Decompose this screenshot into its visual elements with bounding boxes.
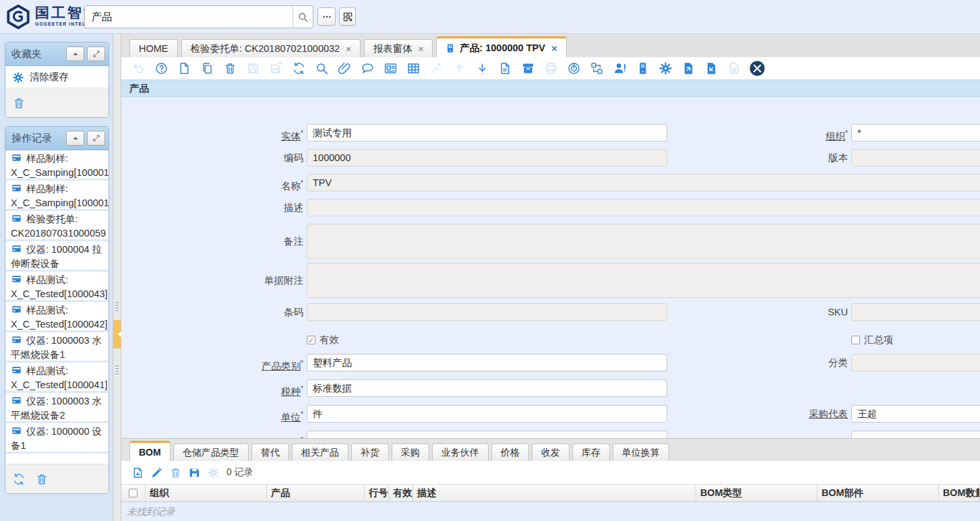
active-checkbox[interactable]: ✓ 有效 <box>307 333 339 346</box>
doc-note-field[interactable] <box>307 263 980 298</box>
collapse-button[interactable] <box>66 131 84 146</box>
file-export-icon-button[interactable] <box>677 57 700 80</box>
column-header-product[interactable]: 产品 <box>267 485 365 501</box>
summary-checkbox[interactable]: 汇总项 <box>851 333 894 346</box>
pdf-icon-button[interactable] <box>493 57 516 80</box>
column-header-valid[interactable]: 有效 <box>389 485 413 501</box>
history-item[interactable]: 仪器: 1000000 设备1 <box>5 423 109 454</box>
column-header-description[interactable]: 描述 <box>413 485 696 501</box>
category-label[interactable]: 产品类别* <box>205 354 303 375</box>
help-icon-button[interactable] <box>150 57 173 80</box>
add-record-icon-button[interactable] <box>128 462 147 484</box>
close-tab-icon[interactable]: × <box>551 42 557 54</box>
column-header-line-no[interactable]: 行号 <box>365 485 389 501</box>
history-item[interactable]: 仪器: 1000004 拉伸断裂设备 <box>5 241 109 272</box>
history-item[interactable]: 仪器: 1000003 水平燃烧设备2 <box>5 393 109 423</box>
entity-field[interactable] <box>307 124 667 142</box>
tab-home[interactable]: HOME <box>129 39 178 57</box>
save-solid-icon-button[interactable] <box>185 462 204 484</box>
history-item[interactable]: 样品制样: X_C_Samping[1000015] <box>5 181 109 211</box>
code-field[interactable] <box>307 149 667 166</box>
grid-view-icon-button[interactable] <box>402 57 425 80</box>
copy-icon-button[interactable] <box>195 57 218 80</box>
checkbox-checked-icon[interactable]: ✓ <box>307 336 315 344</box>
checkbox-unchecked-icon[interactable] <box>851 336 860 344</box>
close-tab-icon[interactable]: × <box>346 44 351 54</box>
next-field[interactable] <box>307 431 667 438</box>
detail-tab-replenishment[interactable]: 补货 <box>351 443 389 461</box>
search-icon-button[interactable] <box>310 57 333 80</box>
history-item[interactable]: 样品制样: X_C_Samping[1000016] <box>5 150 109 181</box>
detail-tab-warehouse-product-type[interactable]: 仓储产品类型 <box>173 443 249 461</box>
detail-tab-related-products[interactable]: 相关产品 <box>292 443 348 461</box>
name-field[interactable] <box>307 174 980 191</box>
workflow-icon-button[interactable] <box>585 57 608 80</box>
close-tab-icon[interactable]: × <box>419 44 424 54</box>
splitter-collapse-handle[interactable] <box>113 320 121 348</box>
search-input[interactable] <box>85 6 293 28</box>
refresh-icon[interactable] <box>12 472 26 486</box>
next-field-right[interactable] <box>851 431 980 438</box>
qr-button[interactable] <box>339 7 356 26</box>
unit-label[interactable]: 单位* <box>205 405 303 427</box>
column-header-org[interactable]: 组织 <box>146 485 267 501</box>
trash-icon[interactable] <box>35 472 49 486</box>
column-header-bom-qty[interactable]: BOM数量 <box>939 485 980 501</box>
detail-tab-unit-conversion[interactable]: 单位换算 <box>613 443 669 461</box>
edit-icon-button[interactable] <box>147 462 166 484</box>
new-document-icon-button[interactable] <box>173 57 195 80</box>
version-field[interactable] <box>851 149 980 166</box>
category-field[interactable] <box>307 354 667 371</box>
detail-tab-price[interactable]: 价格 <box>491 443 529 461</box>
history-item[interactable]: 样品测试: X_C_Tested[1000042] <box>5 302 109 332</box>
more-button[interactable] <box>317 7 336 26</box>
detail-tab-substitute[interactable]: 替代 <box>251 443 289 461</box>
unit-field[interactable] <box>307 405 667 423</box>
detail-tab-purchase[interactable]: 采购 <box>392 443 429 461</box>
user-alert-icon-button[interactable] <box>608 57 631 80</box>
trash-icon[interactable] <box>12 96 26 110</box>
detail-tab-inventory[interactable]: 库存 <box>572 443 610 461</box>
close-circle-icon-button[interactable] <box>745 57 768 80</box>
search-button[interactable] <box>293 6 313 28</box>
comment-icon-button[interactable] <box>356 57 379 80</box>
column-header-bom-type[interactable]: BOM类型 <box>696 485 818 501</box>
description-field[interactable] <box>307 199 980 216</box>
device-icon-button[interactable] <box>631 57 654 80</box>
tax-label[interactable]: 税种* <box>205 379 303 401</box>
process-icon-button[interactable] <box>562 57 585 80</box>
entity-label[interactable]: 实体* <box>205 124 303 146</box>
detail-tab-business-partner[interactable]: 业务伙伴 <box>432 443 489 461</box>
history-item[interactable]: 检验委托单: CK201807031000059 <box>5 211 109 241</box>
column-header-bom-part[interactable]: BOM部件 <box>818 485 939 501</box>
history-item[interactable]: 仪器: 1000003 水平燃烧设备1 <box>5 332 109 363</box>
favorite-item-clear-cache[interactable]: 清除缓存 <box>5 66 109 88</box>
tax-field[interactable] <box>307 379 667 397</box>
column-header-select[interactable] <box>121 485 146 501</box>
expand-button[interactable] <box>87 131 105 146</box>
remark-field[interactable] <box>307 224 980 259</box>
attachment-icon-button[interactable] <box>333 57 356 80</box>
sidebar-splitter[interactable] <box>113 34 121 521</box>
detail-tab-bom[interactable]: BOM <box>129 441 171 461</box>
detail-tab-receipt-dispatch[interactable]: 收发 <box>532 443 570 461</box>
card-view-icon-button[interactable] <box>379 57 402 80</box>
refresh-icon-button[interactable] <box>287 57 310 80</box>
delete-icon-button[interactable] <box>166 462 185 484</box>
archive-icon-button[interactable] <box>516 57 539 80</box>
barcode-field[interactable] <box>307 303 667 321</box>
classification-field[interactable] <box>851 354 980 371</box>
move-down-icon-button[interactable] <box>470 57 493 80</box>
tab-report-window[interactable]: 报表窗体× <box>364 39 433 57</box>
org-label[interactable]: 组织* <box>747 124 848 146</box>
delete-icon-button[interactable] <box>218 57 241 80</box>
file-import-icon-button[interactable] <box>700 57 723 80</box>
collapse-button[interactable] <box>66 47 84 61</box>
tab-inspection-order[interactable]: 检验委托单: CK201807021000032× <box>181 39 361 57</box>
org-field[interactable] <box>851 124 980 142</box>
expand-button[interactable] <box>87 47 105 61</box>
tab-product[interactable]: 产品: 1000000 TPV× <box>436 36 566 57</box>
history-item[interactable]: 样品测试: X_C_Tested[1000041] <box>5 363 109 393</box>
buyer-label[interactable]: 采购代表 <box>747 405 848 423</box>
buyer-field[interactable] <box>851 405 980 423</box>
